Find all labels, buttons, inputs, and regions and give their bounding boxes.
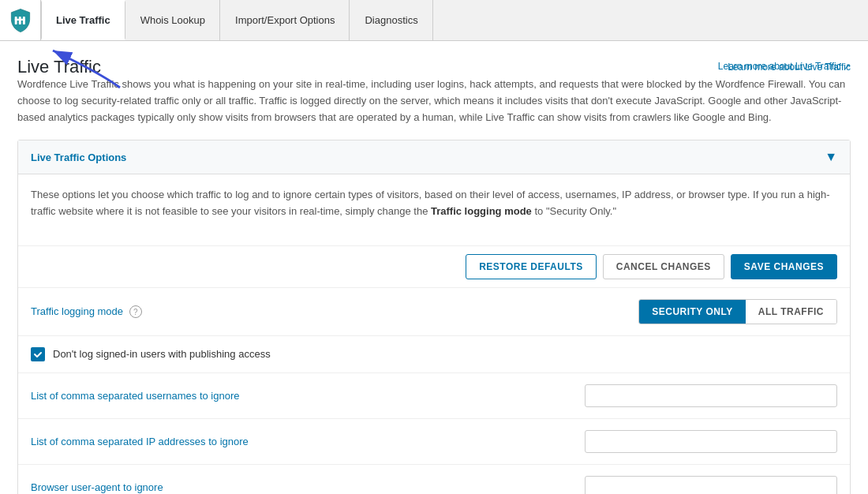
tab-import-export[interactable]: Import/Export Options bbox=[220, 0, 350, 40]
external-link-icon: ↗ bbox=[844, 62, 851, 71]
user-agent-control bbox=[517, 464, 850, 494]
dont-log-label: Don't log signed-in users with publishin… bbox=[53, 348, 271, 360]
page-title: Live Traffic bbox=[17, 57, 101, 77]
settings-table: Traffic logging mode ? SECURITY ONLY ALL… bbox=[18, 287, 850, 335]
nav-tabs: Live Traffic Whois Lookup Import/Export … bbox=[41, 0, 433, 40]
help-icon[interactable]: ? bbox=[129, 305, 142, 318]
traffic-logging-mode-text: Traffic logging mode bbox=[31, 305, 123, 317]
learn-more-text: Learn more about Live Traffic bbox=[718, 61, 841, 72]
usernames-label: List of comma separated usernames to ign… bbox=[18, 372, 517, 418]
toggle-security-only[interactable]: SECURITY ONLY bbox=[639, 300, 746, 324]
options-description: These options let you choose which traff… bbox=[31, 187, 837, 220]
chevron-down-icon: ▼ bbox=[825, 150, 837, 164]
table-row-user-agent: Browser user-agent to ignore bbox=[18, 464, 850, 494]
ips-control bbox=[517, 418, 850, 464]
page-description: Wordfence Live Traffic shows you what is… bbox=[17, 77, 851, 125]
tab-whois-lookup[interactable]: Whois Lookup bbox=[125, 0, 220, 40]
user-agent-label: Browser user-agent to ignore bbox=[18, 464, 517, 494]
user-agent-input[interactable] bbox=[585, 476, 837, 494]
options-description-bold: Traffic logging mode bbox=[431, 205, 532, 217]
tab-live-traffic[interactable]: Live Traffic bbox=[41, 0, 125, 40]
table-row-usernames: List of comma separated usernames to ign… bbox=[18, 372, 850, 418]
tab-import-export-label: Import/Export Options bbox=[235, 14, 335, 26]
action-buttons: RESTORE DEFAULTS CANCEL CHANGES SAVE CHA… bbox=[18, 245, 850, 287]
dont-log-checkbox[interactable] bbox=[31, 347, 45, 361]
options-box: Live Traffic Options ▼ These options let… bbox=[17, 140, 851, 494]
checkmark-icon bbox=[33, 350, 43, 359]
checkbox-row-signed-in: Don't log signed-in users with publishin… bbox=[18, 335, 850, 372]
options-body: These options let you choose which traff… bbox=[18, 174, 850, 245]
top-nav: Live Traffic Whois Lookup Import/Export … bbox=[0, 0, 868, 41]
cancel-changes-button[interactable]: CANCEL CHANGES bbox=[603, 254, 724, 279]
options-header-title: Live Traffic Options bbox=[31, 152, 126, 163]
toggle-all-traffic[interactable]: ALL TRAFFIC bbox=[746, 300, 836, 324]
wordfence-logo-icon bbox=[8, 8, 33, 33]
options-description-end: to "Security Only." bbox=[534, 205, 616, 217]
main-content: Live Traffic Learn more about Live Traff… bbox=[0, 41, 868, 494]
ips-label: List of comma separated IP addresses to … bbox=[18, 418, 517, 464]
save-changes-button[interactable]: SAVE CHANGES bbox=[731, 254, 837, 279]
tab-whois-lookup-label: Whois Lookup bbox=[140, 14, 205, 26]
table-row-ips: List of comma separated IP addresses to … bbox=[18, 418, 850, 464]
tab-diagnostics-label: Diagnostics bbox=[365, 14, 417, 26]
toggle-group-traffic: SECURITY ONLY ALL TRAFFIC bbox=[638, 299, 837, 324]
tab-live-traffic-label: Live Traffic bbox=[56, 14, 110, 26]
svg-rect-3 bbox=[14, 18, 24, 20]
tab-diagnostics[interactable]: Diagnostics bbox=[350, 0, 432, 40]
restore-defaults-button[interactable]: RESTORE DEFAULTS bbox=[466, 254, 597, 279]
options-header[interactable]: Live Traffic Options ▼ bbox=[18, 140, 850, 174]
usernames-control bbox=[517, 372, 850, 418]
app-logo bbox=[0, 0, 41, 40]
learn-more-link-2[interactable]: Learn more about Live Traffic ↗ bbox=[718, 61, 851, 72]
usernames-input[interactable] bbox=[585, 384, 837, 407]
table-row-traffic-logging: Traffic logging mode ? SECURITY ONLY ALL… bbox=[18, 287, 850, 335]
settings-table-inputs: List of comma separated usernames to ign… bbox=[18, 372, 850, 494]
traffic-logging-control: SECURITY ONLY ALL TRAFFIC bbox=[517, 287, 850, 335]
ips-input[interactable] bbox=[585, 430, 837, 453]
traffic-logging-label: Traffic logging mode ? bbox=[18, 287, 517, 335]
